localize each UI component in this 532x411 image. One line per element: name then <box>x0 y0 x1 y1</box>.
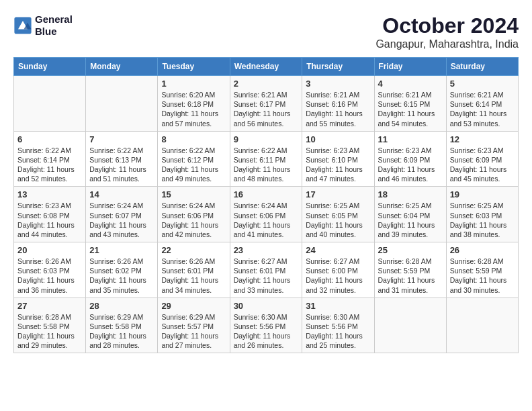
day-cell: 26Sunrise: 6:28 AMSunset: 5:59 PMDayligh… <box>446 242 518 298</box>
day-cell: 2Sunrise: 6:21 AMSunset: 6:17 PMDaylight… <box>230 76 302 132</box>
day-cell: 6Sunrise: 6:22 AMSunset: 6:14 PMDaylight… <box>14 131 86 187</box>
day-cell: 16Sunrise: 6:24 AMSunset: 6:06 PMDayligh… <box>230 187 302 242</box>
header-cell: Saturday <box>446 58 518 76</box>
day-cell: 15Sunrise: 6:24 AMSunset: 6:06 PMDayligh… <box>158 187 230 242</box>
cell-content: Sunrise: 6:23 AMSunset: 6:09 PMDaylight:… <box>378 146 443 184</box>
day-cell: 23Sunrise: 6:27 AMSunset: 6:01 PMDayligh… <box>230 242 302 298</box>
cell-content: Sunrise: 6:23 AMSunset: 6:10 PMDaylight:… <box>306 146 370 184</box>
header-cell: Sunday <box>14 58 86 76</box>
day-cell: 12Sunrise: 6:23 AMSunset: 6:09 PMDayligh… <box>446 131 518 187</box>
day-cell: 1Sunrise: 6:20 AMSunset: 6:18 PMDaylight… <box>158 76 230 132</box>
day-number: 20 <box>17 245 82 255</box>
cell-content: Sunrise: 6:24 AMSunset: 6:06 PMDaylight:… <box>234 201 299 239</box>
day-cell <box>446 298 518 353</box>
week-row: 6Sunrise: 6:22 AMSunset: 6:14 PMDaylight… <box>14 131 519 187</box>
day-number: 26 <box>450 245 515 255</box>
day-number: 30 <box>234 301 299 311</box>
title-area: October 2024 Gangapur, Maharashtra, Indi… <box>375 13 519 50</box>
header-cell: Thursday <box>302 58 374 76</box>
day-number: 13 <box>17 189 82 199</box>
day-cell: 8Sunrise: 6:22 AMSunset: 6:12 PMDaylight… <box>158 131 230 187</box>
main-title: October 2024 <box>375 13 519 38</box>
cell-content: Sunrise: 6:28 AMSunset: 5:59 PMDaylight:… <box>450 257 515 295</box>
day-cell: 11Sunrise: 6:23 AMSunset: 6:09 PMDayligh… <box>374 131 446 187</box>
logo-icon <box>13 16 32 35</box>
logo: General Blue <box>13 13 73 38</box>
calendar-table: SundayMondayTuesdayWednesdayThursdayFrid… <box>13 57 519 353</box>
header-cell: Monday <box>86 58 158 76</box>
day-number: 16 <box>234 189 299 199</box>
week-row: 1Sunrise: 6:20 AMSunset: 6:18 PMDaylight… <box>14 76 519 132</box>
cell-content: Sunrise: 6:21 AMSunset: 6:16 PMDaylight:… <box>306 90 370 128</box>
logo-line2: Blue <box>35 26 73 38</box>
cell-content: Sunrise: 6:28 AMSunset: 5:58 PMDaylight:… <box>17 312 82 351</box>
day-cell: 9Sunrise: 6:22 AMSunset: 6:11 PMDaylight… <box>230 131 302 187</box>
day-cell <box>374 298 446 353</box>
day-number: 12 <box>450 134 515 144</box>
header-cell: Friday <box>374 58 446 76</box>
page-header: General Blue October 2024 Gangapur, Maha… <box>13 13 519 50</box>
day-cell: 29Sunrise: 6:29 AMSunset: 5:57 PMDayligh… <box>158 298 230 353</box>
day-cell: 25Sunrise: 6:28 AMSunset: 5:59 PMDayligh… <box>374 242 446 298</box>
header-row: SundayMondayTuesdayWednesdayThursdayFrid… <box>14 58 519 76</box>
cell-content: Sunrise: 6:21 AMSunset: 6:15 PMDaylight:… <box>378 90 443 128</box>
day-number: 5 <box>450 79 515 89</box>
day-cell: 10Sunrise: 6:23 AMSunset: 6:10 PMDayligh… <box>302 131 374 187</box>
day-cell: 21Sunrise: 6:26 AMSunset: 6:02 PMDayligh… <box>86 242 158 298</box>
cell-content: Sunrise: 6:25 AMSunset: 6:04 PMDaylight:… <box>378 201 443 239</box>
cell-content: Sunrise: 6:26 AMSunset: 6:02 PMDaylight:… <box>89 257 154 295</box>
day-number: 31 <box>306 301 370 311</box>
cell-content: Sunrise: 6:21 AMSunset: 6:17 PMDaylight:… <box>234 90 299 128</box>
header-cell: Tuesday <box>158 58 230 76</box>
week-row: 20Sunrise: 6:26 AMSunset: 6:03 PMDayligh… <box>14 242 519 298</box>
day-cell <box>14 76 86 132</box>
day-number: 14 <box>89 189 154 199</box>
cell-content: Sunrise: 6:27 AMSunset: 6:00 PMDaylight:… <box>306 257 370 295</box>
cell-content: Sunrise: 6:28 AMSunset: 5:59 PMDaylight:… <box>378 257 443 295</box>
day-cell: 7Sunrise: 6:22 AMSunset: 6:13 PMDaylight… <box>86 131 158 187</box>
cell-content: Sunrise: 6:23 AMSunset: 6:09 PMDaylight:… <box>450 146 515 184</box>
day-number: 8 <box>161 134 226 144</box>
header-cell: Wednesday <box>230 58 302 76</box>
day-number: 2 <box>234 79 299 89</box>
day-cell: 27Sunrise: 6:28 AMSunset: 5:58 PMDayligh… <box>14 298 86 353</box>
day-cell: 17Sunrise: 6:25 AMSunset: 6:05 PMDayligh… <box>302 187 374 242</box>
cell-content: Sunrise: 6:22 AMSunset: 6:14 PMDaylight:… <box>17 146 82 184</box>
cell-content: Sunrise: 6:24 AMSunset: 6:06 PMDaylight:… <box>161 201 226 239</box>
day-number: 24 <box>306 245 370 255</box>
day-cell: 3Sunrise: 6:21 AMSunset: 6:16 PMDaylight… <box>302 76 374 132</box>
day-number: 7 <box>89 134 154 144</box>
day-cell: 24Sunrise: 6:27 AMSunset: 6:00 PMDayligh… <box>302 242 374 298</box>
day-number: 4 <box>378 79 443 89</box>
day-number: 15 <box>161 189 226 199</box>
day-number: 27 <box>17 301 82 311</box>
day-number: 23 <box>234 245 299 255</box>
cell-content: Sunrise: 6:25 AMSunset: 6:05 PMDaylight:… <box>306 201 370 239</box>
day-number: 21 <box>89 245 154 255</box>
day-cell: 28Sunrise: 6:29 AMSunset: 5:58 PMDayligh… <box>86 298 158 353</box>
cell-content: Sunrise: 6:21 AMSunset: 6:14 PMDaylight:… <box>450 90 515 128</box>
day-cell: 4Sunrise: 6:21 AMSunset: 6:15 PMDaylight… <box>374 76 446 132</box>
day-cell: 5Sunrise: 6:21 AMSunset: 6:14 PMDaylight… <box>446 76 518 132</box>
day-cell: 22Sunrise: 6:26 AMSunset: 6:01 PMDayligh… <box>158 242 230 298</box>
logo-line1: General <box>35 13 73 26</box>
day-cell: 14Sunrise: 6:24 AMSunset: 6:07 PMDayligh… <box>86 187 158 242</box>
day-number: 10 <box>306 134 370 144</box>
cell-content: Sunrise: 6:26 AMSunset: 6:03 PMDaylight:… <box>17 257 82 295</box>
week-row: 27Sunrise: 6:28 AMSunset: 5:58 PMDayligh… <box>14 298 519 353</box>
cell-content: Sunrise: 6:20 AMSunset: 6:18 PMDaylight:… <box>161 90 226 128</box>
day-cell: 31Sunrise: 6:30 AMSunset: 5:56 PMDayligh… <box>302 298 374 353</box>
day-cell <box>86 76 158 132</box>
subtitle: Gangapur, Maharashtra, India <box>375 38 519 50</box>
day-number: 6 <box>17 134 82 144</box>
day-number: 9 <box>234 134 299 144</box>
cell-content: Sunrise: 6:26 AMSunset: 6:01 PMDaylight:… <box>161 257 226 295</box>
cell-content: Sunrise: 6:29 AMSunset: 5:57 PMDaylight:… <box>161 312 226 351</box>
day-number: 1 <box>161 79 226 89</box>
day-number: 25 <box>378 245 443 255</box>
day-number: 11 <box>378 134 443 144</box>
cell-content: Sunrise: 6:25 AMSunset: 6:03 PMDaylight:… <box>450 201 515 239</box>
cell-content: Sunrise: 6:22 AMSunset: 6:11 PMDaylight:… <box>234 146 299 184</box>
cell-content: Sunrise: 6:22 AMSunset: 6:13 PMDaylight:… <box>89 146 154 184</box>
week-row: 13Sunrise: 6:23 AMSunset: 6:08 PMDayligh… <box>14 187 519 242</box>
